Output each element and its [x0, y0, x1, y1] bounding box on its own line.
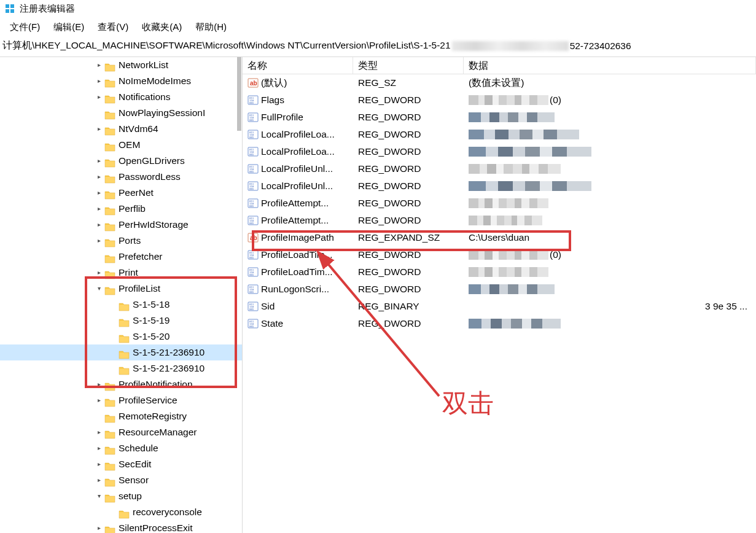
- tree-item[interactable]: ▸NoImeModeImes: [0, 73, 242, 89]
- list-row[interactable]: FlagsREG_DWORD (0): [243, 91, 756, 109]
- menubar: 文件(F) 编辑(E) 查看(V) 收藏夹(A) 帮助(H): [0, 17, 756, 38]
- list-row[interactable]: FullProfileREG_DWORD: [243, 109, 756, 126]
- chevron-right-icon[interactable]: ▸: [95, 73, 103, 89]
- list-row[interactable]: SidREG_BINARY3 9e 35 ...: [243, 298, 756, 315]
- value-name: ProfileAttempt...: [261, 215, 329, 226]
- chevron-right-icon[interactable]: ▸: [95, 472, 103, 488]
- tree-item[interactable]: ▾setup: [0, 488, 242, 504]
- chevron-right-icon[interactable]: ▸: [95, 185, 103, 201]
- tree-toggle-empty: ·: [95, 137, 103, 153]
- tree-item-label: ProfileNotification: [119, 376, 193, 392]
- tree-item[interactable]: ▸PerHwIdStorage: [0, 217, 242, 233]
- tree-item[interactable]: ▸SecEdit: [0, 456, 242, 472]
- tree-item[interactable]: ·S-1-5-20: [0, 329, 242, 344]
- tree-item-label: Sensor: [119, 472, 149, 488]
- tree-item[interactable]: ▸ProfileNotification: [0, 376, 242, 392]
- tree-item[interactable]: ·RemoteRegistry: [0, 408, 242, 424]
- tree-item[interactable]: ▸ResourceManager: [0, 424, 242, 440]
- tree-item[interactable]: ▸Perflib: [0, 201, 242, 217]
- tree-item[interactable]: ▸Schedule: [0, 440, 242, 456]
- chevron-right-icon[interactable]: ▸: [95, 376, 103, 392]
- menu-edit[interactable]: 编辑(E): [53, 21, 84, 33]
- folder-icon: [104, 189, 115, 198]
- list-row[interactable]: RunLogonScri...REG_DWORD: [243, 281, 756, 298]
- list-row[interactable]: ProfileLoadTim...REG_DWORD: [243, 263, 756, 281]
- value-data: [464, 130, 756, 139]
- tree-toggle-empty: ·: [109, 360, 117, 376]
- folder-icon: [104, 268, 115, 278]
- chevron-right-icon[interactable]: ▸: [95, 456, 103, 472]
- column-header-data[interactable]: 数据: [464, 57, 756, 74]
- value-data: [464, 181, 756, 191]
- tree-item[interactable]: ·Prefetcher: [0, 249, 242, 265]
- menu-favorites[interactable]: 收藏夹(A): [142, 21, 182, 33]
- menu-help[interactable]: 帮助(H): [195, 21, 227, 33]
- data-suffix: (0): [550, 95, 561, 106]
- tree-item[interactable]: ▸Sensor: [0, 472, 242, 488]
- binary-value-icon: [247, 266, 259, 278]
- list-row[interactable]: LocalProfileUnl...REG_DWORD: [243, 177, 756, 195]
- address-bar[interactable]: 计算机\HKEY_LOCAL_MACHINE\SOFTWARE\Microsof…: [0, 38, 756, 56]
- list-row[interactable]: ProfileImagePathREG_EXPAND_SZC:\Users\du…: [243, 229, 756, 246]
- tree-item[interactable]: ▸Notifications: [0, 89, 242, 105]
- chevron-right-icon[interactable]: ▸: [95, 57, 103, 73]
- main-split: ▸NetworkList▸NoImeModeImes▸Notifications…: [0, 56, 756, 533]
- list-row[interactable]: ProfileAttempt...REG_DWORD: [243, 195, 756, 212]
- tree-item[interactable]: ▸SilentProcessExit: [0, 520, 242, 533]
- column-header-name[interactable]: 名称: [243, 57, 353, 74]
- tree-item[interactable]: ·OEM: [0, 137, 242, 153]
- chevron-right-icon[interactable]: ▸: [95, 233, 103, 249]
- menu-file[interactable]: 文件(F): [10, 21, 40, 33]
- tree-item[interactable]: ·S-1-5-21-236910: [0, 360, 242, 376]
- folder-icon: [104, 220, 115, 230]
- list-row[interactable]: ProfileAttempt...REG_DWORD: [243, 212, 756, 229]
- tree-item[interactable]: ▸NtVdm64: [0, 121, 242, 137]
- list-row[interactable]: LocalProfileUnl...REG_DWORD: [243, 160, 756, 177]
- tree-item[interactable]: ▸PasswordLess: [0, 169, 242, 185]
- chevron-right-icon[interactable]: ▸: [95, 424, 103, 440]
- tree-item-label: OEM: [119, 137, 140, 153]
- value-data: [464, 319, 756, 329]
- menu-view[interactable]: 查看(V): [98, 21, 128, 33]
- chevron-right-icon[interactable]: ▸: [95, 265, 103, 281]
- tree-item[interactable]: ▸Print: [0, 265, 242, 281]
- tree-item[interactable]: ▸NetworkList: [0, 57, 242, 73]
- value-type: REG_DWORD: [353, 146, 464, 157]
- tree-item-label: ResourceManager: [119, 424, 197, 440]
- tree-item[interactable]: ·NowPlayingSessionI: [0, 105, 242, 121]
- tree-item[interactable]: ▸OpenGLDrivers: [0, 153, 242, 169]
- chevron-right-icon[interactable]: ▸: [95, 201, 103, 217]
- tree-item[interactable]: ·S-1-5-21-236910: [0, 344, 242, 360]
- tree-item-label: S-1-5-21-236910: [133, 344, 205, 360]
- chevron-down-icon[interactable]: ▾: [95, 488, 103, 504]
- list-row[interactable]: LocalProfileLoa...REG_DWORD: [243, 126, 756, 143]
- list-row[interactable]: LocalProfileLoa...REG_DWORD: [243, 143, 756, 160]
- folder-icon: [104, 396, 115, 405]
- tree-item-label: recoveryconsole: [133, 504, 202, 520]
- chevron-right-icon[interactable]: ▸: [95, 217, 103, 233]
- chevron-right-icon[interactable]: ▸: [95, 153, 103, 169]
- chevron-right-icon[interactable]: ▸: [95, 392, 103, 408]
- tree-item[interactable]: ▸PeerNet: [0, 185, 242, 201]
- list-row[interactable]: (默认)REG_SZ(数值未设置): [243, 74, 756, 91]
- tree-item[interactable]: ▸Ports: [0, 233, 242, 249]
- tree-pane[interactable]: ▸NetworkList▸NoImeModeImes▸Notifications…: [0, 57, 243, 533]
- chevron-right-icon[interactable]: ▸: [95, 121, 103, 137]
- svg-rect-2: [6, 9, 9, 13]
- list-pane[interactable]: 名称 类型 数据 (默认)REG_SZ(数值未设置)FlagsREG_DWORD…: [243, 57, 756, 533]
- value-data: 3 9e 35 ...: [464, 301, 756, 312]
- list-row[interactable]: ProfileLoadTim...REG_DWORD (0): [243, 246, 756, 263]
- list-row[interactable]: StateREG_DWORD: [243, 315, 756, 332]
- tree-item[interactable]: ·recoveryconsole: [0, 504, 242, 520]
- tree-item[interactable]: ▾ProfileList: [0, 281, 242, 297]
- chevron-right-icon[interactable]: ▸: [95, 520, 103, 533]
- chevron-right-icon[interactable]: ▸: [95, 169, 103, 185]
- tree-item[interactable]: ·S-1-5-19: [0, 313, 242, 329]
- chevron-down-icon[interactable]: ▾: [95, 281, 103, 297]
- chevron-right-icon[interactable]: ▸: [95, 440, 103, 456]
- tree-item[interactable]: ▸ProfileService: [0, 392, 242, 408]
- chevron-right-icon[interactable]: ▸: [95, 89, 103, 105]
- column-header-type[interactable]: 类型: [353, 57, 464, 74]
- value-type: REG_DWORD: [353, 95, 464, 106]
- tree-item[interactable]: ·S-1-5-18: [0, 297, 242, 313]
